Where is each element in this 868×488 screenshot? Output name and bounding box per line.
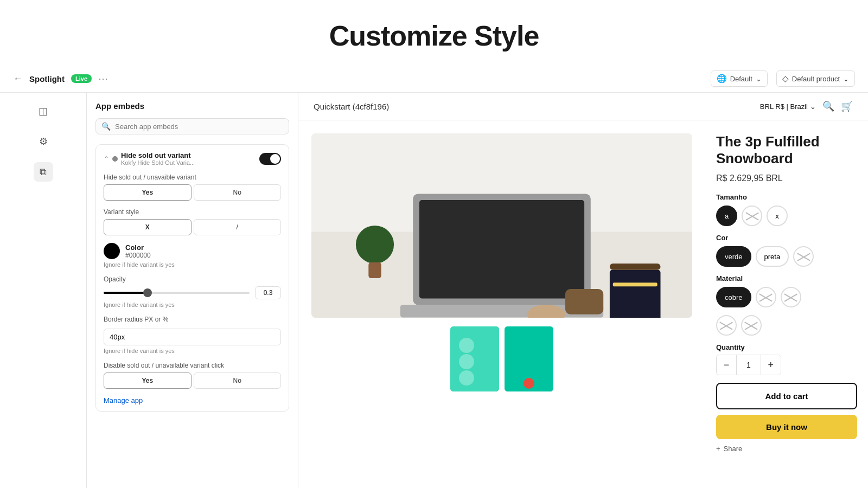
cart-icon[interactable]: 🛒 [841,100,853,112]
manage-app-link[interactable]: Manage app [104,396,281,404]
product-thumb-2[interactable] [505,326,553,391]
color-name: Color [125,243,151,252]
material-row2 [716,315,857,336]
quantity-decrease-btn[interactable]: − [717,355,736,375]
currency-label: BRL R$ | Brazil [760,102,808,111]
store-topbar: Quickstart (4cf8f196) BRL R$ | Brazil ⌄ … [298,93,868,120]
opacity-slider[interactable] [104,292,250,294]
svg-rect-10 [565,289,603,314]
buy-now-button[interactable]: Buy it now [716,415,857,439]
svg-rect-11 [610,264,661,270]
disable-click-section: Disable sold out / unavailable variant c… [104,362,281,389]
hide-sold-out-yes-btn[interactable]: Yes [104,184,192,201]
opacity-thumb [143,288,152,297]
cor-label: Cor [716,234,857,242]
top-bar-right: 🌐 Default ⌄ ◇ Default product ⌄ [711,70,855,87]
color-hex: #000000 [125,252,151,259]
embed-name: Hide sold out variant [121,151,195,159]
variant-style-label: Variant style [104,208,281,216]
disable-click-yes-btn[interactable]: Yes [104,373,192,389]
svg-point-8 [356,226,394,264]
size-a-btn[interactable]: a [716,206,737,226]
border-radius-label: Border radius PX or % [104,316,281,323]
hide-sold-out-section: Hide sold out / unavaible variant Yes No [104,174,281,201]
sidebar: ◫ ⚙ ⧉ [0,93,87,488]
opacity-row: 0.3 [104,286,281,299]
toggle-knob [270,154,280,164]
material-label: Material [716,274,857,282]
page-title: Customize Style [0,0,868,65]
border-radius-input[interactable] [104,329,281,345]
embed-sub: Kokfy Hide Sold Out Varia... [121,159,195,166]
hide-sold-out-label: Hide sold out / unavaible variant [104,174,281,181]
top-bar: ← Spotlight Live ⋯ 🌐 Default ⌄ ◇ Default… [0,65,868,93]
back-icon[interactable]: ← [13,73,23,85]
preview-store: Quickstart (4cf8f196) BRL R$ | Brazil ⌄ … [298,93,868,488]
more-options-icon[interactable]: ⋯ [98,73,108,85]
disable-click-group: Yes No [104,373,281,389]
svg-point-15 [459,370,474,386]
variant-style-section: Variant style X / [104,208,281,235]
search-store-icon[interactable]: 🔍 [822,100,834,112]
variant-style-group: X / [104,219,281,235]
embed-dot-icon [112,156,118,162]
default-product-dropdown[interactable]: ◇ Default product ⌄ [776,70,855,87]
material-row: cobre [716,287,857,307]
opacity-slider-wrap[interactable] [104,292,250,294]
embed-header: ⌃ Hide sold out variant Kokfy Hide Sold … [104,151,281,166]
share-row[interactable]: + Share [716,445,857,453]
chevron-down-icon2: ⌄ [843,75,849,83]
material-x3-crossed-btn[interactable] [716,315,737,336]
panel: App embeds 🔍 ⌃ Hide sold out variant Kok… [87,93,298,488]
hide-sold-out-group: Yes No [104,184,281,201]
sidebar-icon-grid[interactable]: ◫ [34,101,53,121]
opacity-note: Ignore if hide variant is yes [104,301,281,308]
product-images [298,120,705,488]
size-x-btn[interactable]: x [767,206,788,226]
svg-rect-6 [610,270,661,318]
brand-label: Spotlight [29,74,65,84]
opacity-label: Opacity [104,275,281,283]
material-x1-crossed-btn[interactable] [756,287,776,307]
material-cobre-btn[interactable]: cobre [716,287,751,307]
product-details: The 3p Fulfilled Snowboard R$ 2.629,95 B… [705,120,868,488]
search-icon: 🔍 [101,122,111,131]
variant-style-slash-btn[interactable]: / [194,219,282,235]
sidebar-icon-gear[interactable]: ⚙ [34,132,53,151]
chevron-down-icon3: ⌄ [810,102,816,111]
top-bar-left: ← Spotlight Live ⋯ [13,73,108,85]
product-layout: The 3p Fulfilled Snowboard R$ 2.629,95 B… [298,120,868,488]
thumb-row [311,326,692,391]
tamanho-row: a x [716,206,857,226]
material-x4-crossed-btn[interactable] [741,315,762,336]
size-x-crossed-btn[interactable] [742,206,762,226]
sidebar-icon-layout[interactable]: ⧉ [34,162,53,182]
chevron-icon[interactable]: ⌃ [104,155,109,163]
search-input[interactable] [115,123,283,131]
color-swatch[interactable] [104,243,120,259]
embed-name-col: Hide sold out variant Kokfy Hide Sold Ou… [121,151,195,166]
store-topbar-right: BRL R$ | Brazil ⌄ 🔍 🛒 [760,100,853,112]
default-dropdown[interactable]: 🌐 Default ⌄ [711,70,768,87]
disable-click-no-btn[interactable]: No [194,373,282,389]
toggle-switch[interactable] [259,153,281,165]
product-thumb-1[interactable] [450,326,499,391]
color-x-crossed-btn[interactable] [793,246,814,267]
panel-title: App embeds [95,101,289,111]
quantity-value: 1 [736,355,761,375]
color-verde-btn[interactable]: verde [716,246,751,267]
material-x2-crossed-btn[interactable] [781,287,801,307]
hide-sold-out-no-btn[interactable]: No [194,184,282,201]
border-radius-note: Ignore if hide variant is yes [104,348,281,354]
color-info: Color #000000 [125,243,151,259]
variant-style-x-btn[interactable]: X [104,219,192,235]
add-to-cart-button[interactable]: Add to cart [716,383,857,409]
default-label: Default [730,75,752,83]
color-note: Ignore if hide variant is yes [104,261,281,268]
currency-selector[interactable]: BRL R$ | Brazil ⌄ [760,102,816,111]
color-preta-btn[interactable]: preta [756,246,789,267]
search-box[interactable]: 🔍 [95,118,289,134]
svg-point-14 [459,354,474,369]
quantity-row: − 1 + [716,355,857,375]
quantity-increase-btn[interactable]: + [761,355,781,375]
